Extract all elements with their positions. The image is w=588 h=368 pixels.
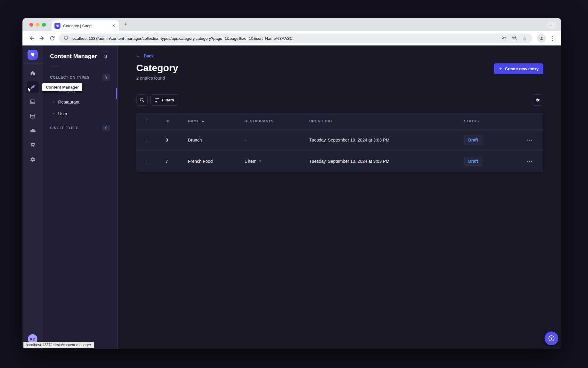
mouse-cursor: [27, 87, 32, 94]
table-row[interactable]: 8 Brunch - Tuesday, September 10, 2024 a…: [136, 129, 543, 150]
back-arrow-icon: ←: [136, 54, 141, 58]
bookmark-star-icon[interactable]: ☆: [522, 36, 527, 41]
cell-restaurants: -: [245, 138, 309, 142]
filters-label: Filters: [162, 98, 174, 102]
link-status-bar: localhost:1337/admin/content-manager: [23, 342, 94, 348]
forward-nav-icon[interactable]: [37, 33, 47, 43]
collection-types-label: COLLECTION TYPES: [50, 75, 90, 80]
subnav-title: Content Manager: [50, 53, 97, 60]
create-new-entry-label: Create new entry: [505, 66, 539, 71]
cell-name: French Food: [188, 159, 245, 164]
main-nav-rail: KD: [22, 45, 43, 349]
help-button[interactable]: ?: [545, 331, 558, 345]
cell-createdat: Tuesday, September 10, 2024 at 3:03 PM: [309, 138, 464, 142]
row-actions-menu[interactable]: •••: [516, 138, 543, 142]
browser-profile-avatar[interactable]: [537, 34, 546, 42]
traffic-lights: [29, 23, 46, 27]
chevron-down-icon: ▼: [259, 160, 262, 163]
url-bar-icons: ☆: [501, 35, 527, 42]
subnav-divider: [50, 66, 58, 66]
status-badge: Draft: [464, 157, 482, 166]
plus-icon: +: [499, 66, 502, 71]
tab-close-icon[interactable]: ×: [111, 23, 116, 28]
new-tab-button[interactable]: +: [124, 21, 127, 28]
minimize-window-button[interactable]: [36, 23, 40, 27]
strapi-app: KD Content Manager COLLECTION TYPES 3 • …: [22, 45, 561, 349]
maximize-window-button[interactable]: [42, 23, 46, 27]
bullet-icon: •: [53, 111, 54, 116]
single-types-label: SINGLE TYPES: [50, 126, 79, 130]
nav-home-icon[interactable]: [27, 67, 39, 79]
back-label: Back: [144, 54, 154, 58]
create-new-entry-button[interactable]: + Create new entry: [494, 63, 543, 74]
main-content: ← Back Category 2 entries found + Create…: [118, 45, 561, 349]
sidebar-item-label: User: [58, 111, 67, 116]
nav-media-library-icon[interactable]: [27, 96, 39, 108]
column-header-id: ID: [166, 119, 188, 123]
nav-content-type-builder-icon[interactable]: [27, 110, 39, 122]
nav-tooltip: Content Manager: [42, 83, 82, 91]
column-header-status: STATUS: [464, 119, 516, 123]
password-key-icon[interactable]: [501, 35, 507, 42]
zoom-page-icon[interactable]: [512, 35, 517, 42]
cell-name: Brunch: [188, 138, 245, 142]
nav-settings-gear-icon[interactable]: [27, 153, 39, 165]
subnav-scrollbar[interactable]: [116, 88, 117, 99]
back-nav-icon[interactable]: [27, 33, 37, 43]
site-info-icon[interactable]: [64, 36, 68, 41]
collection-types-count-badge: 3: [102, 74, 110, 81]
table-row[interactable]: 7 French Food 1 item ▼ Tuesday, Septembe…: [136, 150, 543, 172]
browser-menu-icon[interactable]: ⋮: [548, 35, 557, 42]
sidebar-item-restaurant[interactable]: • Restaurant: [50, 96, 110, 108]
column-header-name[interactable]: NAME ▲: [188, 119, 245, 123]
cell-createdat: Tuesday, September 10, 2024 at 3:03 PM: [309, 159, 464, 164]
row-actions-menu[interactable]: •••: [516, 159, 543, 164]
url-bar[interactable]: localhost:1337/admin/content-manager/col…: [59, 34, 532, 43]
cell-id: 8: [166, 138, 188, 142]
question-mark-icon: ?: [548, 335, 554, 341]
browser-toolbar: localhost:1337/admin/content-manager/col…: [22, 31, 561, 45]
close-window-button[interactable]: [29, 23, 33, 27]
nav-marketplace-cart-icon[interactable]: [27, 139, 39, 151]
column-header-restaurants: RESTAURANTS: [245, 119, 309, 123]
sidebar-item-label: Restaurant: [58, 100, 79, 104]
sort-ascending-icon: ▲: [202, 120, 204, 122]
entries-count: 2 entries found: [136, 76, 178, 80]
cell-restaurants-dropdown[interactable]: 1 item ▼: [245, 159, 309, 164]
subnav-search-button[interactable]: [101, 51, 110, 61]
sidebar-item-user[interactable]: • User: [50, 108, 110, 119]
tab-title: Category | Strapi: [63, 24, 111, 28]
url-text[interactable]: localhost:1337/admin/content-manager/col…: [72, 36, 497, 41]
single-types-count-badge: 0: [102, 125, 110, 131]
row-checkbox[interactable]: [146, 158, 146, 164]
browser-tab[interactable]: Category | Strapi ×: [51, 20, 119, 31]
back-link[interactable]: ← Back: [136, 54, 154, 58]
rail-divider: [22, 63, 43, 64]
strapi-logo: [28, 50, 38, 60]
bullet-icon: •: [53, 100, 54, 104]
strapi-favicon-icon: [54, 23, 60, 29]
search-button[interactable]: [136, 94, 148, 106]
entries-table: ID NAME ▲ RESTAURANTS CREATEDAT STATUS 8…: [136, 113, 543, 172]
page-title: Category: [136, 63, 178, 74]
nav-deploy-cloud-icon[interactable]: [27, 124, 39, 136]
table-header-row: ID NAME ▲ RESTAURANTS CREATEDAT STATUS: [136, 113, 543, 129]
tab-search-chevron-icon[interactable]: ⌄: [546, 21, 557, 29]
select-all-checkbox[interactable]: [146, 118, 146, 124]
cell-id: 7: [166, 159, 188, 164]
row-checkbox[interactable]: [146, 137, 146, 143]
browser-window: Category | Strapi × + ⌄ localhost:1337/a…: [22, 18, 561, 349]
view-settings-button[interactable]: [532, 94, 543, 106]
column-header-createdat: CREATEDAT: [309, 119, 464, 123]
filters-button[interactable]: Filters: [150, 94, 179, 106]
status-badge: Draft: [464, 136, 482, 145]
reload-icon[interactable]: [47, 33, 57, 43]
tab-strip: Category | Strapi × + ⌄: [22, 18, 561, 31]
filter-icon: [155, 98, 159, 102]
